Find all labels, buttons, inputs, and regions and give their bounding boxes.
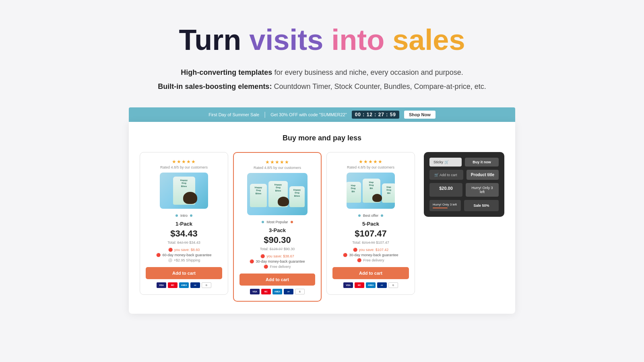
banner-sep: |: [264, 111, 266, 118]
banner-text: First Day of Summer Sale: [208, 112, 259, 117]
sticky-product-title: Product title: [466, 170, 499, 180]
amex-icon-1: AMEX: [179, 282, 189, 288]
pack-total-2: Total: $128.97 $90.30: [260, 247, 295, 251]
hurry-bar: [433, 208, 448, 208]
mastercard-icon-1: MC: [168, 282, 178, 288]
paypal-icon-1: PP: [190, 282, 200, 288]
amex-icon-2: AMEX: [272, 289, 282, 294]
shipping-row-3: 🔴 Free delivery: [357, 258, 384, 262]
stars-2: ★★★★★: [265, 159, 289, 165]
pack-selector-3: Best offer: [358, 214, 383, 218]
gpay-icon-2: G: [295, 289, 305, 294]
payment-icons-3: VISA MC AMEX PP G: [343, 282, 398, 288]
gpay-icon-1: G: [202, 282, 211, 288]
pack-price-3: $107.47: [355, 228, 387, 239]
pack-selector-2: Most Popular: [262, 220, 293, 224]
sticky-top-row: Sticky 🛒 Buy it now: [429, 158, 499, 167]
pack-total-3: Total: $214.90 $107.47: [352, 241, 389, 245]
hero-word-into: into: [331, 24, 384, 56]
sticky-bottom-row: Hurry! Only 3 left Sale 50%: [429, 200, 499, 211]
stars-3: ★★★★★: [359, 159, 383, 165]
gpay-icon-3: G: [388, 282, 398, 288]
sticky-hurry-bottom: Hurry! Only 3 left: [429, 200, 461, 211]
dog-shape-1: [183, 192, 197, 204]
buy-now-button[interactable]: Buy it now: [465, 158, 499, 167]
pack-price-2: $90.30: [264, 235, 291, 245]
pack-selector-label-3: Best offer: [363, 214, 378, 218]
pack-dot-active-2: [291, 221, 293, 223]
hero-title: Turn visits into sales: [179, 24, 465, 56]
banner-timer: 00 : 12 : 27 : 59: [352, 111, 399, 119]
pack-dot-inactive-1: [190, 214, 192, 217]
subtitle-line2: Built-in sales-boosting elements: Countd…: [158, 81, 486, 92]
rating-text-2: Rated 4.8/5 by our customers: [254, 166, 301, 170]
hero-word-turn: Turn: [179, 24, 242, 56]
mastercard-icon-3: MC: [355, 282, 364, 288]
visa-icon-1: VISA: [157, 282, 166, 288]
hero-word-sales: sales: [392, 24, 465, 56]
guarantee-row-3: 🔴 30-day money-back guarantee: [343, 253, 398, 257]
paypal-icon-2: PP: [284, 289, 293, 294]
payment-icons-2: VISA MC AMEX PP G: [250, 289, 305, 294]
stars-1: ★★★★★: [172, 159, 196, 165]
payment-icons-1: VISA MC AMEX PP G: [157, 282, 211, 288]
guarantee-row-2: 🔴 30-day money-back guarantee: [250, 259, 305, 263]
rating-text-1: Rated 4.8/5 by our customers: [160, 165, 208, 169]
guarantee-row-1: 🔴 60-day money-back guarantee: [156, 253, 211, 257]
amex-icon-3: AMEX: [366, 282, 376, 288]
multi-bags-2: HappyDogBites HappyDogBites HappyDogBite…: [250, 181, 305, 207]
card-1pack: ★★★★★ Rated 4.8/5 by our customers Happy…: [140, 152, 228, 295]
promo-banner: First Day of Summer Sale | Get 30% OFF w…: [129, 107, 515, 122]
pack-price-1: $34.43: [170, 228, 197, 239]
multi-bags-3: HapDogBit HapDogBit HapDogBit: [347, 179, 395, 203]
demo-container: First Day of Summer Sale | Get 30% OFF w…: [129, 107, 515, 314]
shop-now-button[interactable]: Shop Now: [404, 111, 436, 119]
product-showcase: Buy more and pay less ★★★★★ Rated 4.8/5 …: [129, 122, 515, 314]
sticky-sale-button[interactable]: Sale 50%: [464, 200, 499, 211]
card-5pack: ★★★★★ Rated 4.8/5 by our customers HapDo…: [326, 152, 415, 295]
savings-row-1: 🔴 you save: $8.60: [168, 248, 200, 252]
sticky-hurry-top: Hurry! Only 3 left: [466, 183, 499, 197]
paypal-icon-3: PP: [377, 282, 387, 288]
add-to-cart-3[interactable]: Add to cart: [332, 267, 409, 279]
pack-dot-inactive-3a: [358, 214, 361, 217]
bag-label-1: HappyDogBites: [180, 179, 188, 188]
sticky-cart-row: 🛒 Add to cart Product title: [429, 170, 499, 180]
section-title: Buy more and pay less: [137, 134, 507, 142]
visa-icon-2: VISA: [250, 289, 260, 294]
mastercard-icon-2: MC: [261, 289, 271, 294]
pack-dot-inactive-3b: [381, 214, 383, 217]
banner-promo: Get 30% OFF with code "SUMMER22": [270, 112, 347, 117]
add-to-cart-2[interactable]: Add to cart: [239, 274, 315, 286]
sticky-price-row: $20.00 Hurry! Only 3 left: [429, 183, 499, 197]
savings-row-2: 🔴 you save: $38.67: [260, 254, 294, 258]
subtitle-line1: High-converting templates for every busi…: [181, 67, 463, 78]
visa-icon-3: VISA: [343, 282, 353, 288]
pack-total-1: Total: $42.90 $34.43: [167, 241, 200, 245]
sticky-widget: Sticky 🛒 Buy it now 🛒 Add to cart Produc…: [424, 152, 504, 217]
pack-selector-label-2: Most Popular: [266, 220, 288, 224]
card-3pack: ★★★★★ Rated 4.8/5 by our customers Happy…: [233, 152, 322, 302]
pack-dot-inactive-2a: [262, 221, 264, 223]
rating-text-3: Rated 4.8/5 by our customers: [347, 165, 394, 169]
pack-name-3: 5-Pack: [362, 221, 379, 227]
product-image-2: HappyDogBites HappyDogBites HappyDogBite…: [247, 173, 308, 215]
pack-selector-label-1: Intro: [180, 214, 188, 218]
shipping-row-1: ⚪ +$2.95 Shipping: [168, 258, 200, 262]
sticky-price: $20.00: [429, 183, 462, 197]
product-image-3: HapDogBit HapDogBit HapDogBit: [347, 173, 395, 209]
hero-word-visits: visits: [249, 24, 323, 56]
sticky-add-to-cart[interactable]: 🛒 Add to cart: [429, 170, 463, 180]
pack-name-1: 1-Pack: [175, 221, 192, 227]
pack-selector-1: Intro: [175, 214, 192, 218]
savings-row-3: 🔴 you save: $107.42: [353, 248, 389, 252]
shipping-row-2: 🔴 Free delivery: [264, 265, 291, 269]
pack-name-2: 3-Pack: [269, 227, 286, 233]
sticky-button[interactable]: Sticky 🛒: [429, 158, 462, 167]
pack-dot-active-1: [175, 214, 178, 217]
add-to-cart-1[interactable]: Add to cart: [146, 267, 222, 279]
cards-row: ★★★★★ Rated 4.8/5 by our customers Happy…: [137, 152, 507, 302]
product-image-1: HappyDogBites: [160, 173, 208, 209]
